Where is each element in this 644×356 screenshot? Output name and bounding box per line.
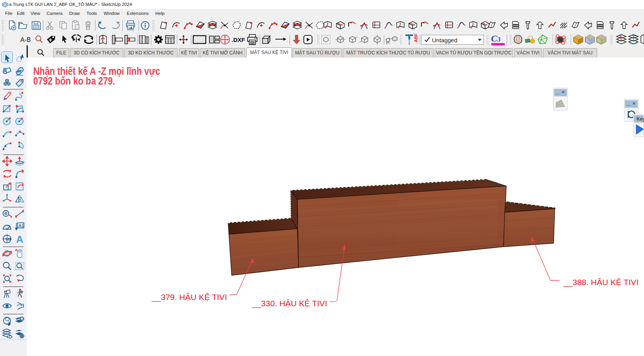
svg-text:A1: A1 [19, 224, 24, 228]
svg-text:A: A [16, 234, 23, 244]
svg-text:AB: AB [5, 237, 11, 241]
